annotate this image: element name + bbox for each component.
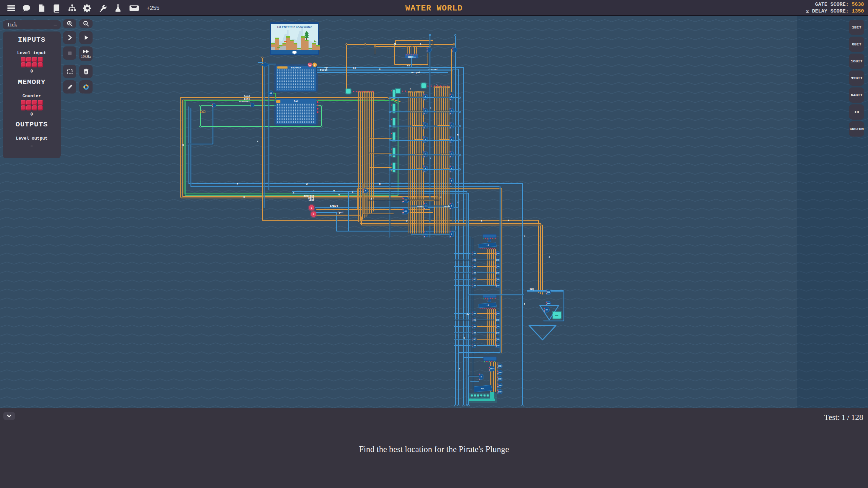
svg-text:op: op: [324, 66, 328, 69]
svg-text:SND: SND: [498, 378, 501, 380]
svg-text:load: load: [308, 199, 314, 201]
svg-text:SND: SND: [496, 266, 499, 268]
svg-text:2: 2: [306, 183, 308, 185]
svg-text:M: M: [481, 376, 482, 378]
svg-text:2: 2: [457, 201, 458, 204]
svg-text:0: 0: [352, 191, 353, 194]
svg-text:2: 2: [430, 106, 431, 109]
svg-text:SND: SND: [496, 313, 499, 315]
svg-text:8: 8: [481, 220, 482, 223]
svg-text:+1: +1: [486, 244, 489, 246]
svg-text:SND: SND: [498, 391, 501, 393]
svg-text:2: 2: [440, 196, 441, 199]
svg-text:1: 1: [459, 367, 460, 370]
svg-text:input: input: [330, 204, 338, 207]
svg-text:8: 8: [508, 219, 509, 222]
svg-text:SND: SND: [498, 385, 501, 387]
svg-text:SND: SND: [496, 272, 499, 274]
svg-text:SND: SND: [496, 326, 499, 328]
svg-text:S: S: [436, 84, 437, 85]
svg-text:SND: SND: [498, 365, 501, 367]
svg-text:needs: needs: [417, 205, 423, 207]
svg-text:Hit ENTER to show water: Hit ENTER to show water: [277, 25, 312, 29]
svg-text:SND: SND: [496, 285, 499, 287]
svg-text:8: 8: [237, 183, 238, 186]
svg-text:0: 0: [333, 189, 335, 192]
svg-text:RAM: RAM: [294, 100, 298, 103]
svg-text:OR: OR: [546, 309, 548, 311]
svg-text:64: 64: [353, 67, 356, 69]
svg-text:output: output: [411, 71, 420, 74]
svg-text:NEQ: NEQ: [530, 288, 534, 290]
svg-text:0: 0: [420, 43, 421, 46]
svg-text:SND: SND: [498, 372, 501, 374]
svg-text:zero: zero: [244, 98, 250, 100]
svg-text:first: first: [320, 69, 328, 72]
svg-text:2: 2: [549, 256, 550, 258]
svg-text:05: 05: [270, 93, 272, 95]
svg-text:M: M: [379, 183, 380, 186]
svg-text:SND: SND: [496, 253, 499, 255]
svg-text:4bit: 4bit: [479, 395, 484, 398]
svg-text:M: M: [451, 180, 452, 182]
svg-text:2: 2: [524, 303, 525, 306]
svg-text:0: 0: [293, 191, 294, 194]
svg-text:64: 64: [407, 64, 410, 67]
svg-text:SND: SND: [496, 259, 499, 261]
svg-text:SND: SND: [496, 339, 499, 341]
svg-text:needs: needs: [444, 205, 450, 207]
svg-text:SND: SND: [496, 345, 499, 347]
svg-text:2: 2: [430, 157, 431, 160]
svg-text:6a: 6a: [467, 313, 470, 316]
svg-text:M: M: [457, 134, 458, 136]
svg-text:8: 8: [313, 213, 315, 216]
svg-text:8: 8: [257, 140, 258, 143]
svg-text:AU: AU: [405, 210, 407, 212]
svg-text:LOD: LOD: [490, 368, 494, 370]
svg-text:M: M: [451, 233, 452, 235]
svg-text:SND: SND: [496, 279, 499, 281]
svg-text:SND: SND: [547, 303, 550, 305]
svg-text:M: M: [365, 190, 366, 192]
svg-text:2: 2: [406, 220, 408, 223]
svg-text:0: 0: [338, 194, 340, 196]
svg-text:8: 8: [379, 68, 380, 71]
svg-text:SND: SND: [496, 319, 499, 321]
svg-text:0: 0: [371, 198, 372, 201]
svg-text:SND: SND: [547, 291, 550, 293]
svg-text:0: 0: [311, 206, 313, 209]
svg-text:8: 8: [182, 144, 184, 146]
svg-text:M: M: [451, 205, 452, 207]
svg-text:MUL: MUL: [481, 388, 485, 390]
svg-text:+1: +1: [486, 304, 489, 306]
svg-text:SND: SND: [496, 332, 499, 334]
svg-text:7: 7: [524, 235, 525, 238]
svg-text:M: M: [394, 43, 396, 46]
svg-text:PROGRAM: PROGRAM: [291, 66, 301, 69]
svg-text:0: 0: [243, 196, 245, 199]
svg-text:F: F: [410, 88, 411, 90]
svg-text:out: out: [555, 314, 559, 317]
svg-text:load: load: [244, 95, 250, 98]
svg-text:0: 0: [463, 337, 465, 340]
svg-text:address: address: [239, 100, 250, 103]
